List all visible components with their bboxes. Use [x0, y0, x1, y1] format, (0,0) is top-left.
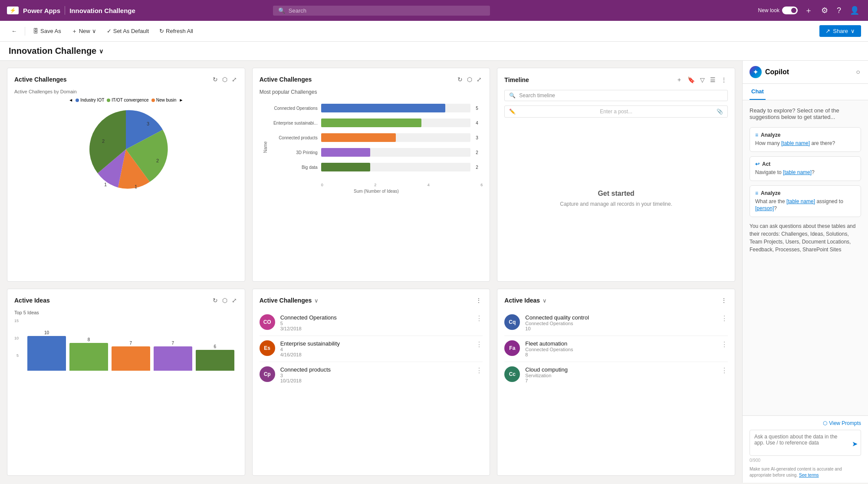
refresh-all-button[interactable]: ↻ Refresh All [155, 26, 197, 36]
challenges-list-title: Active Challenges [260, 297, 312, 304]
search-input[interactable] [289, 7, 485, 14]
back-icon: ← [11, 28, 17, 34]
list-item-sub-2: 4 [280, 347, 471, 352]
ideas-item-menu-2[interactable]: ⋮ [721, 340, 728, 349]
list-item: Cp Connected products 3 10/1/2018 ⋮ [260, 362, 483, 388]
add-button[interactable]: ＋ [803, 3, 814, 17]
power-apps-logo: ⚡ [7, 7, 19, 14]
list-item: CO Connected Operations 5 3/12/2018 ⋮ [260, 310, 483, 336]
copilot-title: Copilot [765, 68, 789, 76]
legend-dot-3 [151, 99, 155, 102]
new-look-toggle[interactable]: New look [758, 7, 798, 14]
pie-legend-prev-icon[interactable]: ◄ [69, 98, 73, 102]
help-button[interactable]: ? [835, 4, 843, 17]
pie-expand-btn[interactable]: ⤢ [231, 75, 238, 84]
mini-bar-val-1: 10 [44, 330, 49, 335]
pie-card-actions: ↻ ⬡ ⤢ [212, 75, 238, 84]
timeline-input[interactable]: ✏️ Enter a post... 📎 [504, 105, 728, 118]
suggestion-3-link-2: [person] [755, 205, 774, 211]
suggestion-3-header: ≡ Analyze [755, 190, 855, 196]
main-layout: Active Challenges ↻ ⬡ ⤢ Active Challenge… [0, 61, 868, 483]
timeline-empty-title: Get started [598, 190, 634, 198]
chevron-down-icon: ∨ [92, 28, 96, 34]
ideas-bar-actions: ↻ ⬡ ⤢ [212, 296, 238, 305]
char-count: 0/900 [750, 458, 861, 463]
ideas-list-chevron-icon[interactable]: ∨ [542, 297, 547, 304]
ideas-item-count-1: 10 [525, 326, 716, 331]
ideas-item-sub-2: Connected Operations [525, 347, 716, 352]
ideas-bar-copy-btn[interactable]: ⬡ [221, 296, 228, 305]
user-avatar[interactable]: 👤 [848, 4, 861, 17]
set-default-button[interactable]: ✓ Set As Default [102, 26, 153, 36]
pie-legend-next-icon[interactable]: ► [179, 98, 183, 102]
ideas-list-more-btn[interactable]: ⋮ [720, 296, 728, 305]
copilot-suggestion-2[interactable]: ↩ Act Navigate to [table name]? [750, 156, 861, 181]
timeline-filter-btn[interactable]: ▽ [699, 76, 706, 84]
copilot-send-btn[interactable]: ➤ [852, 439, 858, 448]
timeline-bookmark-btn[interactable]: 🔖 [687, 76, 696, 84]
challenges-list-more-btn[interactable]: ⋮ [475, 296, 483, 305]
new-button[interactable]: ＋ New ∨ [67, 25, 101, 37]
avatar-es: Es [260, 340, 275, 356]
ideas-item-menu-1[interactable]: ⋮ [721, 314, 728, 323]
timeline-empty: Get started Capture and manage all recor… [504, 122, 728, 274]
ideas-bar-refresh-btn[interactable]: ↻ [212, 296, 219, 305]
copilot-close-btn[interactable]: ○ [855, 67, 861, 77]
list-item-sub-3: 3 [280, 373, 471, 378]
ideas-item-name-2: Fleet automation [525, 340, 716, 347]
pie-copy-btn[interactable]: ⬡ [221, 75, 228, 84]
ideas-list-title-row: Active Ideas ∨ [504, 297, 547, 304]
timeline-add-btn[interactable]: ＋ [675, 75, 683, 85]
top-nav: ⚡ Power Apps Innovation Challenge 🔍 New … [0, 0, 868, 21]
search-bar[interactable]: 🔍 [273, 6, 490, 16]
list-item-menu-1[interactable]: ⋮ [476, 314, 483, 323]
mini-bar-col-5: 6 [196, 344, 234, 371]
ideas-bar-expand-btn[interactable]: ⤢ [231, 296, 238, 305]
svg-text:1: 1 [104, 182, 107, 187]
page-title[interactable]: Innovation Challenge ∨ [9, 46, 103, 56]
y-axis-label: Name [263, 141, 268, 153]
pie-refresh-btn[interactable]: ↻ [212, 75, 219, 84]
bar-row-4: 3D Printing 2 [270, 148, 483, 157]
challenges-list-title-row: Active Challenges ∨ [260, 297, 319, 304]
timeline-list-btn[interactable]: ☰ [709, 76, 717, 84]
copilot-suggestion-3[interactable]: ≡ Analyze What are the [table name] assi… [750, 185, 861, 217]
copilot-suggestion-1[interactable]: ≡ Analyze How many [table name] are ther… [750, 127, 861, 152]
list-item-date-1: 3/12/2018 [280, 326, 471, 331]
bar-label-1: Connected Operations [270, 106, 318, 111]
share-button[interactable]: ↗ Share ∨ [819, 25, 861, 37]
mini-bar-val-2: 8 [88, 337, 90, 342]
toolbar-divider-1 [25, 27, 25, 36]
mini-bar-val-3: 7 [130, 341, 132, 346]
list-item-menu-3[interactable]: ⋮ [476, 366, 483, 375]
bar-row-1: Connected Operations 5 [270, 104, 483, 112]
mini-bar-3 [112, 346, 150, 371]
timeline-more-btn[interactable]: ⋮ [720, 76, 728, 84]
copilot-header: ✦ Copilot ○ [743, 61, 868, 84]
copilot-footer: ⬡ View Prompts ➤ 0/900 Make sure AI-gene… [743, 415, 868, 483]
list-item-menu-2[interactable]: ⋮ [476, 340, 483, 349]
bar-fill-1 [321, 104, 445, 112]
settings-button[interactable]: ⚙ [819, 4, 830, 17]
challenges-list-chevron-icon[interactable]: ∨ [314, 297, 319, 304]
back-button[interactable]: ← [7, 26, 21, 36]
disclaimer-link[interactable]: See terms [799, 473, 819, 477]
bar-track-2 [321, 119, 471, 127]
toolbar: ← 🗄 Save As ＋ New ∨ ✓ Set As Default ↻ R… [0, 21, 868, 42]
timeline-search[interactable]: 🔍 Search timeline [504, 90, 728, 101]
bar-expand-btn[interactable]: ⤢ [476, 75, 483, 84]
save-as-button[interactable]: 🗄 Save As [29, 26, 66, 36]
copilot-chat-tab[interactable]: Chat [750, 84, 766, 100]
bar-card-subtitle: Most popular Challenges [260, 89, 483, 95]
new-look-switch[interactable] [782, 7, 798, 14]
bar-value-1: 5 [476, 106, 483, 111]
mini-bar-1 [27, 336, 66, 371]
bar-copy-btn[interactable]: ⬡ [466, 75, 473, 84]
svg-text:1: 1 [135, 184, 137, 189]
pie-card-header: Active Challenges ↻ ⬡ ⤢ [14, 75, 238, 84]
view-prompts-btn[interactable]: ⬡ View Prompts [750, 420, 861, 426]
bar-refresh-btn[interactable]: ↻ [457, 75, 464, 84]
ideas-item-menu-3[interactable]: ⋮ [721, 366, 728, 375]
copilot-input[interactable] [750, 430, 861, 456]
avatar-fa: Fa [504, 340, 520, 356]
